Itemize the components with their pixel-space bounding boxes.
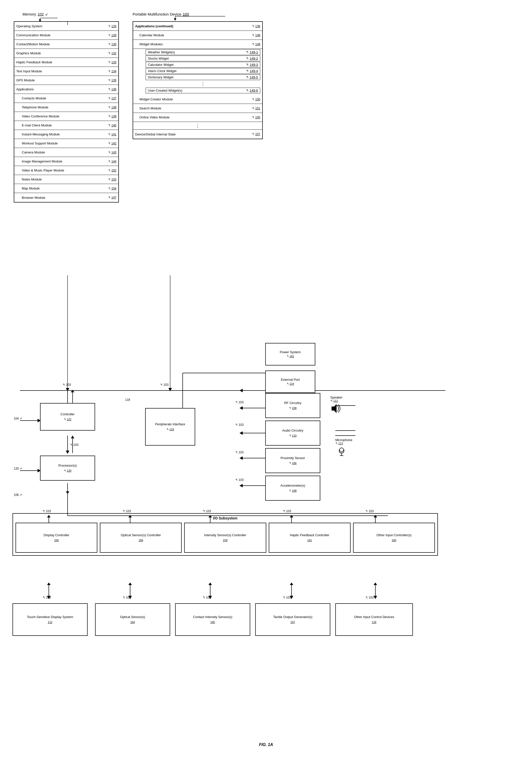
memory-row-browser: Browser Module ↰ 147 — [14, 193, 118, 202]
other-input-devices-block: Other Input Control Devices 116 — [335, 603, 413, 636]
peripherals-block: Peripherals Interface ↰ 118 — [145, 408, 195, 446]
svg-marker-59 — [47, 582, 50, 585]
device-label: Portable Multifunction Device 100 — [133, 12, 189, 16]
memory-row-videoconf: Video Conference Module ↰ 139 — [14, 112, 118, 121]
memory-row-notes: Notes Module ↰ 153 — [14, 175, 118, 184]
apps-row-calendar: Calendar Module ↰ 148 — [133, 31, 262, 40]
ref-106: 106 ↗ — [14, 493, 22, 496]
display-ctrl-label: Display Controller — [43, 533, 69, 537]
bus-ref-103-2: ↰ 103 — [160, 383, 168, 387]
ref-120: 120 ↗ — [14, 467, 22, 470]
svg-point-82 — [340, 448, 344, 452]
widget-calculator: Calculator Widget ↰ 149-3 — [146, 62, 260, 68]
svg-marker-70 — [373, 596, 377, 599]
memory-row-graphics: Graphics Module ↰ 132 — [14, 49, 118, 58]
svg-marker-78 — [66, 388, 69, 391]
memory-row-text: Text Input Module ↰ 134 — [14, 67, 118, 76]
memory-row-gps: GPS Module ↰ 135 — [14, 76, 118, 85]
svg-marker-65 — [208, 582, 212, 585]
memory-row-contacts-mod: Contacts Module ↰ 137 — [14, 94, 118, 103]
contact-intensity-label: Contact Intensity Sensor(s) — [193, 615, 233, 619]
bus-ref-103-4: ↰ 103 — [235, 423, 243, 426]
widget-alarm: Alarm Clock Widget ↰ 149-4 — [146, 68, 260, 74]
memory-row-comm: Communication Module ↰ 128 — [14, 31, 118, 40]
controller-label: Controller — [61, 412, 75, 417]
memory-row-apps: Applications ↰ 136 — [14, 85, 118, 94]
memory-row-camera: Camera Module ↰ 143 — [14, 148, 118, 157]
microphone-label: Microphone ↰ 113 — [335, 438, 352, 456]
memory-box: Operating System ↰ 126 Communication Mod… — [14, 21, 119, 202]
svg-marker-21 — [239, 406, 243, 410]
touch-display-label: Touch-Sensitive Display System — [27, 615, 73, 619]
external-port-label: External Port — [281, 377, 299, 382]
memory-row-os: Operating System ↰ 126 — [14, 22, 118, 31]
peripherals-label: Peripherals Interface — [155, 422, 185, 426]
apps-row-widget-modules: Widget Modules ↰ 149 — [133, 40, 262, 49]
svg-marker-15 — [71, 436, 74, 438]
svg-marker-30 — [239, 484, 243, 488]
svg-marker-11 — [71, 390, 74, 392]
tactile-output-label: Tactile Output Generator(s) — [273, 615, 312, 619]
memory-row-workout: Workout Support Module ↰ 142 — [14, 139, 118, 148]
rf-label: RF Circuitry — [284, 401, 301, 405]
io-bus-ref-103-5: ↰ 103 — [366, 509, 373, 513]
contact-intensity-block: Contact Intensity Sensor(s) 165 — [175, 603, 250, 636]
apps-row-online-video: Online Video Module ↰ 155 — [133, 113, 262, 122]
svg-marker-81 — [332, 404, 337, 413]
bus-ref-103-1: ↰ 103 — [63, 383, 71, 387]
apps-row-search: Search Module ↰ 151 — [133, 104, 262, 113]
svg-marker-35 — [239, 389, 243, 392]
ref-104: 104 ↗ — [14, 417, 22, 420]
controller-block: Controller ↰ 122 — [40, 403, 95, 430]
svg-marker-13 — [66, 451, 69, 454]
widget-stocks: Stocks Widget ↰ 149-2 — [146, 55, 260, 61]
svg-marker-56 — [66, 492, 69, 494]
proximity-label: Proximity Sensor — [281, 456, 305, 460]
diagram-container: Memory 102 ↙ Operating System ↰ 126 Comm… — [0, 0, 532, 762]
widget-user-created: User-Created Widget(s) ↰ 149-6 — [146, 88, 260, 93]
apps-row-title: Applications (continued) ↰ 136 — [133, 22, 262, 31]
memory-row-video: Video & Music Player Module ↰ 152 — [14, 166, 118, 175]
rf-circuitry-block: RF Circuitry ↰ 108 — [265, 393, 320, 418]
power-label: Power System — [280, 350, 301, 354]
svg-marker-27 — [239, 456, 243, 460]
memory-row-map: Map Module ↰ 154 — [14, 184, 118, 193]
speaker-label: Speaker ↰ 111 — [330, 396, 345, 414]
svg-marker-6 — [174, 18, 176, 21]
apps-dots: ⋮ — [133, 122, 262, 130]
widget-dictionary: Dictionary Widget ↰ 149-5 — [146, 74, 260, 80]
apps-row-widget-creator: Widget Creator Module ↰ 150 — [133, 95, 262, 104]
io-bus-ref-103-2: ↰ 103 — [123, 509, 131, 513]
memory-label: Memory 102 ↙ — [23, 12, 48, 16]
apps-continued-box: Applications (continued) ↰ 136 Calendar … — [133, 21, 263, 139]
svg-marker-62 — [128, 582, 132, 585]
bus-ref-103-7: ↰ 103 — [70, 443, 78, 447]
io-subsystem-box: I/O Subsystem Display Controller 156 Opt… — [13, 513, 438, 556]
power-system-block: Power System ↰ 162 — [265, 343, 315, 365]
svg-marker-80 — [168, 388, 172, 391]
svg-marker-24 — [239, 431, 243, 435]
display-controller-block: Display Controller 156 — [16, 523, 97, 553]
processor-label: Processor(s) — [58, 463, 77, 468]
other-input-label: Other Input Control Devices — [354, 615, 394, 619]
bottom-ref-103-3: ↰ 103 — [203, 596, 211, 599]
io-bus-ref-103-1: ↰ 103 — [42, 509, 51, 513]
memory-row-im: Instant Messaging Module ↰ 141 — [14, 130, 118, 139]
bottom-ref-103-2: ↰ 103 — [123, 596, 131, 599]
io-bus-ref-103-3: ↰ 103 — [203, 509, 211, 513]
optical-sensor-controller-block: Optical Sensor(s) Controller 158 — [100, 523, 182, 553]
widget-weather: Weather Widget(s) ↰ 149-1 — [146, 49, 260, 55]
memory-row-email: E-mail Client Module ↰ 140 — [14, 121, 118, 130]
widget-dots: ⋮ — [146, 81, 260, 87]
intensity-ctrl-label: Intensity Sensor(s) Controller — [204, 533, 246, 537]
ref-118: 118 — [125, 398, 130, 402]
audio-label: Audio Circuitry — [282, 428, 303, 433]
apps-row-global-state: Device/Global Internal State ↰ 157 — [133, 130, 262, 139]
memory-row-image: Image Management Module ↰ 144 — [14, 157, 118, 166]
intensity-sensor-controller-block: Intensity Sensor(s) Controller 159 — [184, 523, 266, 553]
accelerometers-block: Accelerometer(s) ↰ 168 — [265, 476, 320, 501]
haptic-feedback-controller-block: Haptic Feedback Controller 161 — [269, 523, 351, 553]
memory-row-haptic: Haptic Feedback Module ↰ 133 — [14, 58, 118, 67]
memory-row-contact: Contact/Motion Module ↰ 130 — [14, 40, 118, 49]
bus-ref-103-6: ↰ 103 — [235, 478, 243, 482]
